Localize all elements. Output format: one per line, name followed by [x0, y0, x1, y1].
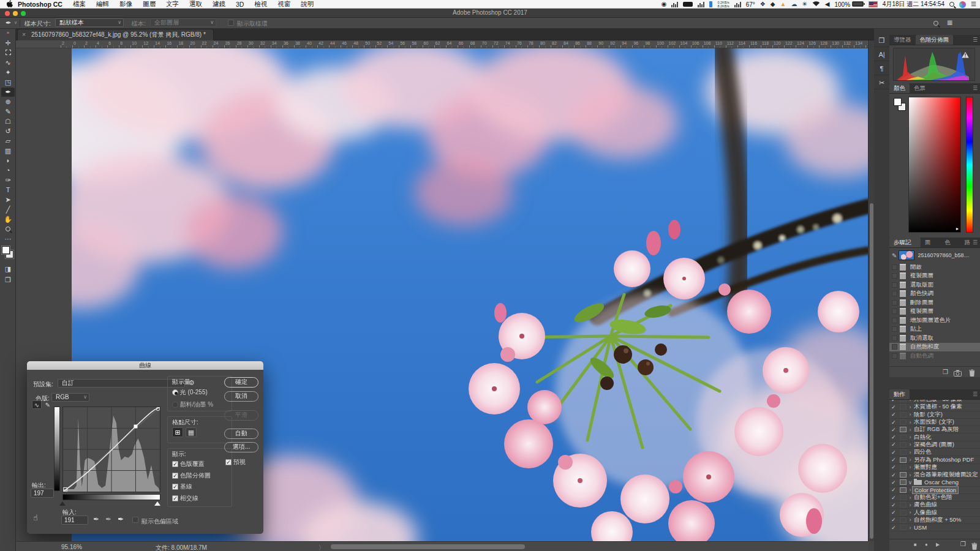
clone-source-panel-icon[interactable]: ❒	[874, 34, 889, 47]
stop-playing-icon[interactable]: ■	[914, 542, 917, 547]
history-state-row[interactable]: 刪除圖層	[889, 298, 980, 307]
channel-dropdown[interactable]: RGB∨	[51, 393, 89, 402]
hue-slider[interactable]	[966, 97, 973, 233]
preset-dropdown[interactable]: 自訂∨	[58, 379, 185, 388]
color-panel-foreground-swatch[interactable]	[894, 98, 902, 106]
document-tab[interactable]: × 25160797860_b58327ef48_k.jpg @ 95.2% (…	[17, 29, 214, 40]
sample-size-dropdown[interactable]: 點狀樣本∨	[55, 18, 124, 27]
panel-menu-icon[interactable]: ☰	[973, 37, 978, 43]
black-eyedropper-icon[interactable]: ✒	[93, 515, 99, 523]
tab-color[interactable]: 顏色	[889, 83, 910, 93]
quick-mask-icon[interactable]: ◨	[1, 264, 15, 274]
search-icon[interactable]	[933, 20, 938, 27]
history-state-row[interactable]: 顏色快調	[889, 290, 980, 299]
character-panel-icon[interactable]: A|	[874, 48, 889, 61]
action-row[interactable]: ✓›木質邊框 - 50 像素	[889, 403, 980, 411]
menu-3[interactable]: 影像	[119, 0, 132, 9]
tab-channels[interactable]: 色版	[940, 238, 960, 247]
new-doc-from-state-icon[interactable]: ❐	[943, 369, 948, 375]
action-row[interactable]: ✓›Color Protection	[889, 487, 980, 494]
foreground-color-swatch[interactable]	[2, 246, 10, 254]
history-state-row[interactable]: 貼上	[889, 325, 980, 334]
fan-icon[interactable]: ✳	[802, 0, 807, 9]
options-button[interactable]: 選項...	[224, 442, 258, 452]
menu-6[interactable]: 選取	[189, 0, 202, 9]
menu-app[interactable]: Photoshop CC	[18, 1, 62, 8]
history-brush-tool[interactable]: ↺	[1, 127, 15, 136]
gray-eyedropper-icon[interactable]: ✒	[105, 515, 111, 523]
play-selection-icon[interactable]: ▶	[936, 542, 940, 547]
apple-menu-icon[interactable]	[6, 0, 13, 8]
light-radio[interactable]: 光 (0-255)	[172, 388, 208, 397]
dodge-tool[interactable]: ◔	[1, 166, 15, 175]
pigment-radio[interactable]: 顏料/油墨 %	[172, 400, 213, 409]
action-row[interactable]: ✓›混合器筆刷複製繪圖設定	[889, 471, 980, 479]
istat-icon[interactable]: ◉	[662, 0, 667, 9]
more-tools[interactable]: ⋯	[1, 234, 15, 244]
eyedropper-options-icon[interactable]: ✒	[6, 19, 11, 27]
menu-7[interactable]: 濾鏡	[213, 0, 225, 9]
workspace-switcher-icon[interactable]: ▦	[947, 19, 952, 26]
menu-8[interactable]: 3D	[236, 1, 244, 8]
action-set-row[interactable]: ✓∨Oscar Cheng	[889, 479, 980, 486]
memory-meter-icon[interactable]	[698, 2, 704, 7]
app-status-icon[interactable]: ◆	[771, 0, 775, 9]
menu-11[interactable]: 說明	[301, 0, 314, 9]
action-row[interactable]: ✓›陰影 (文字)	[889, 411, 980, 419]
menu-5[interactable]: 文字	[166, 0, 179, 9]
healing-brush-tool[interactable]: ⊕	[1, 97, 15, 107]
show-check-1[interactable]: ✓ 色階分佈圖	[172, 471, 211, 480]
action-row[interactable]: ✓›四分色	[889, 449, 980, 456]
history-state-row[interactable]: 開啟	[889, 263, 980, 272]
action-row[interactable]: ✓›人像曲線	[889, 509, 980, 516]
panel-menu-icon[interactable]: ☰	[973, 391, 978, 397]
warning-icon[interactable]: ▲	[780, 0, 786, 9]
on-image-adjust-hand-icon[interactable]: ☝	[33, 513, 38, 522]
spotlight-icon[interactable]	[949, 1, 954, 8]
action-row[interactable]: ✓›膚色曲線	[889, 501, 980, 509]
new-snapshot-icon[interactable]	[954, 368, 962, 379]
auto-button[interactable]: 自動	[224, 429, 258, 439]
magic-wand-tool[interactable]: ✦	[1, 68, 15, 77]
history-state-row[interactable]: 選取版面	[889, 280, 980, 290]
tab-navigator[interactable]: 導覽器	[889, 35, 916, 45]
tab-histogram[interactable]: 色階分佈圖	[916, 35, 954, 45]
delete-state-trash-icon[interactable]	[969, 368, 975, 379]
black-point-slider[interactable]	[59, 501, 66, 506]
history-snapshot-row[interactable]: ✎ 25160797860_b58327ef4...	[889, 249, 980, 261]
volume-icon[interactable]: ◀	[825, 0, 830, 9]
siri-icon[interactable]	[959, 1, 966, 8]
action-row[interactable]: ✓›白熱化	[889, 433, 980, 441]
input-value-field[interactable]: 191	[61, 515, 88, 525]
clone-stamp-tool[interactable]: ☖	[1, 117, 15, 126]
new-action-icon[interactable]: ❐	[960, 541, 966, 547]
move-tool[interactable]: ✛	[1, 39, 15, 48]
simple-grid-button[interactable]: ⊞	[172, 427, 183, 437]
detailed-grid-button[interactable]: ▦	[186, 427, 197, 437]
white-eyedropper-icon[interactable]: ✒	[118, 515, 124, 523]
begin-recording-icon[interactable]: ●	[925, 542, 928, 547]
status-chevron-icon[interactable]: 〉	[318, 544, 325, 551]
history-state-row[interactable]: 複製圖層	[889, 272, 980, 281]
preview-checkbox[interactable]: ✓ 預視	[225, 458, 246, 467]
white-point-slider[interactable]	[154, 501, 160, 506]
history-state-row[interactable]: 自動色調	[889, 351, 980, 361]
tab-actions[interactable]: 動作	[889, 389, 910, 399]
brush-tool[interactable]: ✎	[1, 107, 15, 116]
eraser-tool[interactable]: ▱	[1, 137, 15, 146]
show-check-2[interactable]: ✓ 基線	[172, 482, 192, 491]
type-tool[interactable]: T	[1, 186, 15, 195]
curve-grid[interactable]	[62, 407, 160, 492]
eyedropper-tool[interactable]: ✒	[1, 88, 15, 97]
menu-4[interactable]: 圖層	[143, 0, 156, 9]
menu-2[interactable]: 編輯	[96, 0, 109, 9]
panel-menu-icon[interactable]: ☰	[973, 239, 978, 246]
tab-layers[interactable]: 圖層	[921, 238, 940, 247]
temp-meter-icon[interactable]	[734, 2, 741, 7]
close-tab-icon[interactable]: ×	[22, 29, 26, 40]
wifi-icon[interactable]	[812, 1, 820, 8]
dialog-title[interactable]: 曲線	[27, 361, 263, 370]
action-row[interactable]: ✓›自訂 RGB 為灰階	[889, 426, 980, 433]
tab-swatches[interactable]: 色票	[910, 83, 930, 93]
history-state-row[interactable]: 自然飽和度	[889, 343, 980, 352]
